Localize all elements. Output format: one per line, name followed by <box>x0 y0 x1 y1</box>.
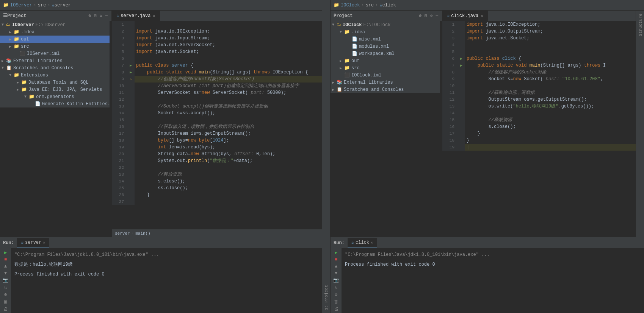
code-line-27: 27 <box>112 198 322 205</box>
left-run-print-btn[interactable]: 🖨 <box>2 306 9 312</box>
left-db-arrow: ▶ <box>17 80 20 85</box>
line-num-14: 14 <box>112 110 127 117</box>
hide-icon[interactable]: — <box>104 12 108 19</box>
r-line-content-11: //获取输出流，写数据 <box>465 89 535 96</box>
left-tree-extlib[interactable]: ▶ 📚 External Libraries <box>0 57 110 64</box>
code-line-22: 22 <box>112 164 322 171</box>
right-run-print-btn[interactable]: 🖨 <box>332 306 340 312</box>
left-tree-scratches[interactable]: ▼ 📋 Scratches and Consoles <box>0 64 110 72</box>
right-tree-modules[interactable]: ▶ 📄 modules.xml <box>331 43 440 50</box>
left-breadcrumb-sep: › <box>132 231 134 236</box>
right-tree-src[interactable]: ▶ 📁 src <box>331 64 440 72</box>
right-hide-icon[interactable]: — <box>435 12 439 19</box>
code-line-19: 19 int len=is.read(bys); <box>112 144 322 151</box>
right-run-tab[interactable]: ☕ click ✕ <box>348 238 377 248</box>
line-num-23: 23 <box>112 171 127 178</box>
right-sync-icon[interactable]: ⊕ <box>418 12 423 19</box>
left-project-vtab[interactable]: 1: Project <box>323 282 330 313</box>
left-scratches-label: Scratches and Consoles <box>13 65 73 71</box>
right-tree-scratches[interactable]: ▶ 📋 Scratches and Consoles <box>331 86 440 93</box>
right-run-exit: Process finished with exit code 0 <box>345 261 641 268</box>
collapse-icon[interactable]: ⊟ <box>93 12 97 19</box>
right-editor-content[interactable]: 1 import java.io.IOException; 2 import j… <box>442 21 636 237</box>
right-run-up-btn[interactable]: ▲ <box>332 264 340 269</box>
left-tree-root[interactable]: ▼ 🗂 IOServer F:\IOServer <box>0 21 110 28</box>
left-run-tab-close[interactable]: ✕ <box>43 240 45 245</box>
r-line-num-1: 1 <box>442 21 458 28</box>
left-run-up-btn[interactable]: ▲ <box>2 264 9 269</box>
left-run-tab-icon: ☕ <box>21 240 24 245</box>
left-run-down-btn[interactable]: ▼ <box>2 271 9 276</box>
left-run-play-btn[interactable]: ▶ <box>2 250 9 255</box>
r-line-num-11: 11 <box>442 89 458 96</box>
right-tab-close[interactable]: ✕ <box>481 14 483 18</box>
left-tab-close[interactable]: ✕ <box>153 14 155 18</box>
right-sidebar-tree: ▼ 🗂 IOClock F:\IOClock ▼ 📁 .idea ▶ 📄 mis… <box>331 21 440 93</box>
right-tree-workspace[interactable]: ▶ 📄 workspace.xml <box>331 50 440 57</box>
line-num-10: 10 <box>112 83 127 89</box>
r-line-content-16: s.close(); <box>465 123 516 130</box>
right-run-play-btn[interactable]: ▶ <box>332 250 340 255</box>
line-num-1: 1 <box>112 21 127 28</box>
left-tree-orm[interactable]: ▼ 📁 orm.generators <box>0 93 110 100</box>
r-code-line-7: 7 ▶ public static void main(String[] arg… <box>442 62 636 69</box>
r-line-num-4: 4 <box>442 42 458 48</box>
line-gutter-20 <box>127 151 135 157</box>
r-line-num-17: 17 <box>442 130 458 137</box>
right-tree-extlib[interactable]: ▶ 📚 External Libraries <box>331 79 440 86</box>
right-run-tab-close[interactable]: ✕ <box>371 240 373 245</box>
right-tree-iml[interactable]: ▶ ⬛ IOClock.iml <box>331 72 440 79</box>
left-root-arrow: ▼ <box>2 23 5 27</box>
left-run-cam-btn[interactable]: 📷 <box>2 277 9 283</box>
left-tree-dbtools[interactable]: ▶ 📁 Database Tools and SQL <box>0 79 110 86</box>
right-run-cam-btn[interactable]: 📷 <box>332 277 340 283</box>
left-run-gear-btn[interactable]: ⚙ <box>2 292 9 297</box>
right-tree-idea[interactable]: ▼ 📁 .idea <box>331 28 440 36</box>
left-orm-icon: 📁 <box>29 94 34 100</box>
right-run-stop-btn[interactable]: ■ <box>332 257 340 262</box>
main-container: 📁 IOServer › src › ☕ server ☰ Project ⊕ … <box>0 0 644 313</box>
left-run-wrap-btn[interactable]: ⇆ <box>2 285 9 290</box>
left-tree-out[interactable]: ▶ 📁 out <box>0 36 110 43</box>
left-tree-idea[interactable]: ▶ 📁 .idea <box>0 28 110 36</box>
structure-tab[interactable]: Structure <box>636 11 644 39</box>
sync-icon[interactable]: ⊕ <box>88 12 92 19</box>
right-tree-root[interactable]: ▼ 🗂 IOClock F:\IOClock <box>331 21 440 28</box>
right-tab-click[interactable]: ☕ click.java ✕ <box>442 11 488 21</box>
r-code-line-14: 14 <box>442 110 636 117</box>
left-editor-content[interactable]: 1 2 import java.io.IOException; 3 <box>112 21 322 229</box>
left-tab-server[interactable]: ☕ server.java ✕ <box>112 11 160 21</box>
right-run-gear-btn[interactable]: ⚙ <box>332 292 340 297</box>
line-num-9: 9 <box>112 76 127 83</box>
left-tree-extensions[interactable]: ▼ 📁 Extensions <box>0 72 110 79</box>
right-run-trash-btn[interactable]: 🗑 <box>332 299 340 305</box>
line-num-7: 7 <box>112 62 127 69</box>
right-run-down-btn[interactable]: ▼ <box>332 271 340 276</box>
r-line-gutter-2 <box>458 28 465 35</box>
right-sidebar-header: Project ⊕ ⊟ ⚙ — <box>331 11 442 21</box>
right-run-wrap-btn[interactable]: ⇆ <box>332 285 340 290</box>
r-line-content-8: //创建客户端的Socket对象 <box>465 69 547 76</box>
right-tree-misc[interactable]: ▶ 📄 misc.xml <box>331 36 440 43</box>
left-tree-kts[interactable]: ▶ 📄 Generate Kotlin Entities.kts <box>0 100 110 107</box>
line-gutter-21 <box>127 157 135 164</box>
right-editor-tabs: ☕ click.java ✕ <box>442 11 636 21</box>
left-tree-javaee[interactable]: ▶ 📁 Java EE: EJB, JPA, Servlets <box>0 86 110 93</box>
r-line-content-14 <box>465 110 467 117</box>
left-run-tab[interactable]: ☕ server ✕ <box>17 238 49 248</box>
right-run-content: ▶ ■ ▲ ▼ 📷 ⇆ ⚙ 🗑 🖨 ✕ "C:\Program Files\Ja… <box>331 248 644 313</box>
right-collapse-icon[interactable]: ⊟ <box>424 12 428 19</box>
line-gutter-7: ▶ <box>127 62 135 69</box>
left-run-trash-btn[interactable]: 🗑 <box>2 299 9 305</box>
settings-icon[interactable]: ⚙ <box>99 12 103 19</box>
right-tab-label: click.java <box>451 13 478 19</box>
right-project-editor: Project ⊕ ⊟ ⚙ — ▼ 🗂 IOClock F:\IOClock <box>331 11 644 237</box>
right-tree-out[interactable]: ▶ 📁 out <box>331 57 440 64</box>
right-settings-icon[interactable]: ⚙ <box>429 12 434 19</box>
r-line-content-5 <box>465 48 467 55</box>
left-tab-icon: ☕ <box>116 13 119 19</box>
left-tree-src[interactable]: ▶ 📁 src <box>0 43 110 50</box>
left-out-icon: 📁 <box>14 36 19 42</box>
left-tree-iml[interactable]: ▶ ⬛ IOServer.iml <box>0 50 110 57</box>
left-run-stop-btn[interactable]: ■ <box>2 257 9 262</box>
